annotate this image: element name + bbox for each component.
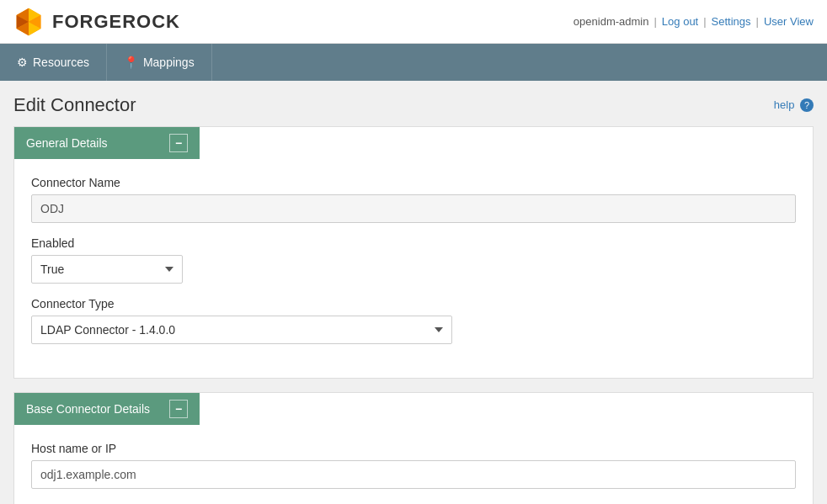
hostname-label: Host name or IP bbox=[31, 442, 796, 455]
help-label: help bbox=[774, 98, 795, 111]
mappings-icon: 📍 bbox=[124, 56, 138, 69]
logo-text: FORGEROCK bbox=[52, 11, 180, 33]
separator3: | bbox=[756, 15, 759, 28]
gear-icon: ⚙ bbox=[17, 56, 28, 69]
sidebar-item-mappings[interactable]: 📍 Mappings bbox=[107, 44, 212, 81]
general-details-body: Connector Name Enabled True False Connec… bbox=[14, 159, 813, 378]
nav-mappings-label: Mappings bbox=[143, 56, 195, 69]
header-right: openidm-admin | Log out | Settings | Use… bbox=[574, 15, 814, 28]
connector-type-select[interactable]: LDAP Connector - 1.4.0.0 bbox=[31, 316, 452, 344]
settings-link[interactable]: Settings bbox=[712, 15, 751, 28]
base-connector-details-header: Base Connector Details − bbox=[14, 393, 200, 425]
connector-type-group: Connector Type LDAP Connector - 1.4.0.0 bbox=[31, 297, 796, 344]
connector-name-input[interactable] bbox=[31, 194, 796, 223]
connector-name-group: Connector Name bbox=[31, 176, 796, 223]
user-view-link[interactable]: User View bbox=[764, 15, 814, 28]
general-details-collapse-button[interactable]: − bbox=[169, 134, 188, 152]
general-details-header: General Details − bbox=[14, 127, 200, 159]
help-area: help ? bbox=[774, 98, 814, 112]
logo-area: FORGEROCK bbox=[13, 7, 180, 37]
hostname-group: Host name or IP bbox=[31, 442, 796, 489]
separator2: | bbox=[703, 15, 706, 28]
navbar: ⚙ Resources 📍 Mappings bbox=[0, 44, 827, 81]
enabled-group: Enabled True False bbox=[31, 236, 796, 284]
nav-resources-label: Resources bbox=[33, 56, 89, 69]
help-link[interactable]: help ? bbox=[774, 98, 814, 111]
header: FORGEROCK openidm-admin | Log out | Sett… bbox=[0, 0, 827, 44]
hostname-input[interactable] bbox=[31, 460, 796, 489]
separator1: | bbox=[654, 15, 656, 28]
general-details-panel: General Details − Connector Name Enabled… bbox=[13, 126, 814, 379]
page-title: Edit Connector bbox=[13, 94, 136, 116]
general-details-title: General Details bbox=[26, 136, 108, 150]
base-connector-details-collapse-button[interactable]: − bbox=[169, 400, 188, 418]
base-connector-details-body: Host name or IP Port Use SSL? bbox=[14, 425, 813, 504]
page-content: Edit Connector help ? General Details − … bbox=[0, 81, 827, 504]
forgerock-logo-icon bbox=[13, 7, 44, 37]
connector-type-label: Connector Type bbox=[31, 297, 796, 310]
username: openidm-admin bbox=[574, 15, 649, 28]
enabled-label: Enabled bbox=[31, 236, 796, 250]
connector-name-label: Connector Name bbox=[31, 176, 796, 189]
help-icon: ? bbox=[800, 98, 814, 112]
base-connector-details-panel: Base Connector Details − Host name or IP… bbox=[13, 392, 814, 504]
base-connector-details-title: Base Connector Details bbox=[26, 402, 150, 416]
sidebar-item-resources[interactable]: ⚙ Resources bbox=[0, 44, 107, 81]
enabled-select[interactable]: True False bbox=[31, 255, 183, 284]
logout-link[interactable]: Log out bbox=[662, 15, 698, 28]
